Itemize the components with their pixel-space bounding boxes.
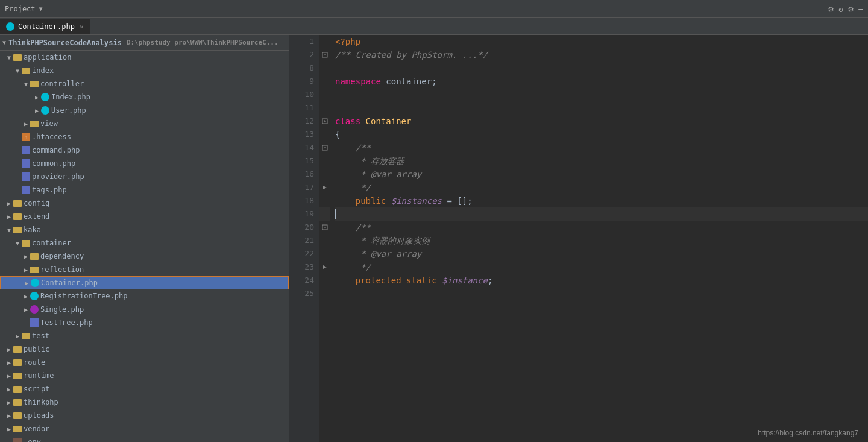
arrow-runtime: ▶ (5, 373, 13, 379)
tree-item-commandphp[interactable]: command.php (0, 144, 289, 157)
arrow-test: ▶ (13, 333, 22, 339)
label-testtreephp: TestTree.php (40, 318, 93, 327)
tree-item-vendor[interactable]: ▶ vendor (0, 422, 289, 435)
line-num-16: 16 (299, 168, 314, 181)
tree-item-commonphp[interactable]: common.php (0, 157, 289, 170)
tree-item-uploads[interactable]: ▶ uploads (0, 409, 289, 422)
tree-item-runtime[interactable]: ▶ runtime (0, 369, 289, 382)
fold-2[interactable] (319, 48, 330, 62)
fold-icon-23 (322, 264, 328, 270)
gear-icon[interactable]: ⚙ (848, 4, 853, 14)
fold-17[interactable] (319, 181, 330, 194)
tree-item-testtreephp[interactable]: TestTree.php (0, 316, 289, 329)
tab-container-php[interactable]: Container.php × (0, 19, 90, 34)
tree-item-config[interactable]: ▶ config (0, 197, 289, 210)
env-icon (13, 438, 22, 442)
code-editor[interactable]: 1 2 8 9 10 11 12 13 14 15 16 17 18 19 20… (289, 35, 868, 442)
php-icon-registrationtreephp (30, 292, 39, 300)
tree-item-script[interactable]: ▶ script (0, 382, 289, 396)
title-bar-icons: ⚙ ↻ ⚙ − (828, 4, 863, 14)
tree-item-htaccess[interactable]: h .htaccess (0, 130, 289, 144)
tree-item-registrationtreephp[interactable]: ▶ RegistrationTree.php (0, 289, 289, 303)
folder-icon-route (13, 359, 22, 366)
project-name: ThinkPHPSourceCodeAnalysis (8, 39, 122, 47)
code-span-21-1: * 容器的对象实例 (335, 234, 430, 247)
fold-12[interactable] (319, 115, 330, 128)
title-bar: Project ▼ ⚙ ↻ ⚙ − (0, 0, 868, 18)
arrow-view: ▶ (22, 121, 30, 127)
php-icon-userphp (41, 106, 49, 115)
fold-1 (319, 35, 330, 48)
code-span-24-3: static (406, 274, 437, 287)
tree-item-index[interactable]: ▼ index (0, 64, 289, 77)
tree-item-userphp[interactable]: ▶ User.php (0, 104, 289, 117)
line-num-19: 19 (299, 207, 314, 221)
arrow-containerphp: ▶ (22, 280, 31, 286)
tree-item-controller[interactable]: ▼ controller (0, 77, 289, 90)
tree-item-public[interactable]: ▶ public (0, 343, 289, 356)
tree-item-thinkphp[interactable]: ▶ thinkphp (0, 396, 289, 409)
label-controller: controller (40, 80, 84, 88)
tab-close-button[interactable]: × (80, 23, 84, 31)
line-num-21: 21 (299, 234, 314, 247)
arrow-script: ▶ (5, 386, 13, 393)
label-providerphp: provider.php (32, 172, 84, 181)
fold-icon-14 (322, 145, 328, 151)
tree-item-kaka[interactable]: ▼ kaka (0, 223, 289, 236)
line-num-12: 12 (299, 115, 314, 128)
code-span-18-2 (386, 194, 391, 207)
arrow-extend: ▶ (5, 213, 13, 220)
label-env: .env (24, 438, 41, 442)
tree-item-extend[interactable]: ▶ extend (0, 210, 289, 223)
label-reflection: reflection (40, 265, 84, 274)
fold-20[interactable] (319, 221, 330, 234)
folder-icon-config (13, 200, 22, 207)
folder-icon-extend (13, 213, 22, 220)
tree-item-indexphp[interactable]: ▶ Index.php (0, 90, 289, 104)
line-num-22: 22 (299, 247, 314, 260)
tree-item-tagsphp[interactable]: tags.php (0, 183, 289, 197)
label-container: container (32, 239, 71, 247)
code-span-18-1: public (335, 194, 386, 207)
editor-area: 1 2 8 9 10 11 12 13 14 15 16 17 18 19 20… (289, 35, 868, 442)
code-span-12-1: class (335, 115, 360, 128)
arrow-config: ▶ (5, 200, 13, 207)
minimize-icon[interactable]: − (858, 4, 863, 14)
refresh-icon[interactable]: ↻ (838, 4, 843, 14)
code-span-12-3: Container (366, 115, 412, 128)
tree-item-env[interactable]: .env (0, 435, 289, 442)
tree-item-view[interactable]: ▶ view (0, 117, 289, 130)
fold-10 (319, 88, 330, 101)
fold-23[interactable] (319, 260, 330, 274)
code-line-19 (335, 207, 868, 221)
label-commonphp: common.php (32, 159, 75, 168)
code-line-12: class Container (335, 115, 868, 128)
settings-icon[interactable]: ⚙ (828, 4, 833, 14)
tree-item-singlephp[interactable]: ▶ Single.php (0, 303, 289, 316)
code-content[interactable]: <?php /** Created by PhpStorm. ...*/ nam… (330, 35, 868, 442)
tree-item-application[interactable]: ▼ application (0, 51, 289, 64)
tree-item-container[interactable]: ▼ container (0, 236, 289, 250)
tree-item-dependency[interactable]: ▶ dependency (0, 250, 289, 263)
tree-item-test[interactable]: ▶ test (0, 329, 289, 343)
label-config: config (24, 199, 49, 207)
line-num-9: 9 (299, 75, 314, 88)
folder-icon-thinkphp (13, 399, 22, 406)
tree-item-containerphp[interactable]: ▶ Container.php (0, 276, 289, 289)
label-indexphp: Index.php (51, 93, 90, 101)
folder-icon-view (30, 121, 39, 127)
code-line-16: * @var array (335, 168, 868, 181)
label-script: script (24, 385, 49, 393)
fold-14[interactable] (319, 141, 330, 154)
tree-item-providerphp[interactable]: provider.php (0, 170, 289, 183)
project-path: D:\phpstudy_pro\WWW\ThinkPHPSourceC... (127, 39, 278, 46)
code-span-9-1: namespace (335, 75, 381, 88)
grid-icon-commonphp (22, 159, 30, 168)
label-index: index (32, 66, 54, 75)
code-span-16-1: * @var array (335, 168, 421, 181)
tree-item-reflection[interactable]: ▶ reflection (0, 263, 289, 276)
line-num-17: 17 (299, 181, 314, 194)
label-registrationtreephp: RegistrationTree.php (40, 292, 128, 300)
tree-item-route[interactable]: ▶ route (0, 356, 289, 369)
code-span-13-1: { (335, 128, 340, 141)
